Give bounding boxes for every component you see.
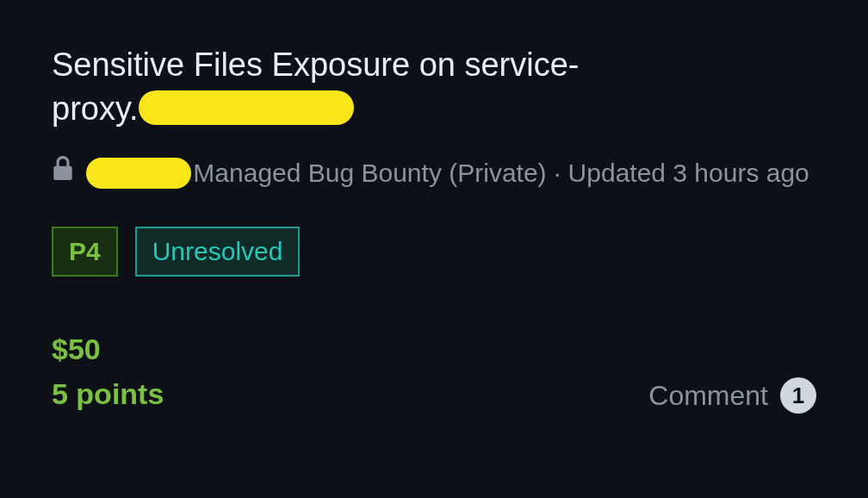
- program-suffix: Managed Bug Bounty (Private): [193, 159, 546, 187]
- bottom-row: $50 5 points Comment 1: [52, 327, 816, 417]
- title-text-line2-prefix: proxy.: [52, 90, 139, 127]
- updated-time: Updated 3 hours ago: [568, 159, 809, 187]
- comment-link[interactable]: Comment 1: [648, 377, 816, 417]
- status-badge[interactable]: Unresolved: [135, 227, 301, 277]
- reward-amount: $50: [52, 327, 164, 372]
- comment-count-badge: 1: [780, 377, 816, 414]
- report-meta: Managed Bug Bounty (Private) · Updated 3…: [52, 153, 816, 196]
- rewards-block: $50 5 points: [52, 327, 164, 417]
- reward-points: 5 points: [52, 371, 164, 417]
- redacted-program-name: [86, 158, 191, 189]
- meta-separator: ·: [547, 159, 568, 187]
- report-title[interactable]: Sensitive Files Exposure on service- pro…: [52, 43, 816, 132]
- comment-label: Comment: [648, 380, 768, 412]
- redacted-title-segment: [139, 90, 354, 125]
- badges-row: P4 Unresolved: [52, 227, 816, 277]
- title-text-line1: Sensitive Files Exposure on service-: [52, 47, 579, 83]
- priority-badge[interactable]: P4: [52, 227, 118, 277]
- priority-text: P4: [69, 237, 101, 266]
- status-text: Unresolved: [152, 237, 283, 266]
- lock-icon: [52, 152, 74, 193]
